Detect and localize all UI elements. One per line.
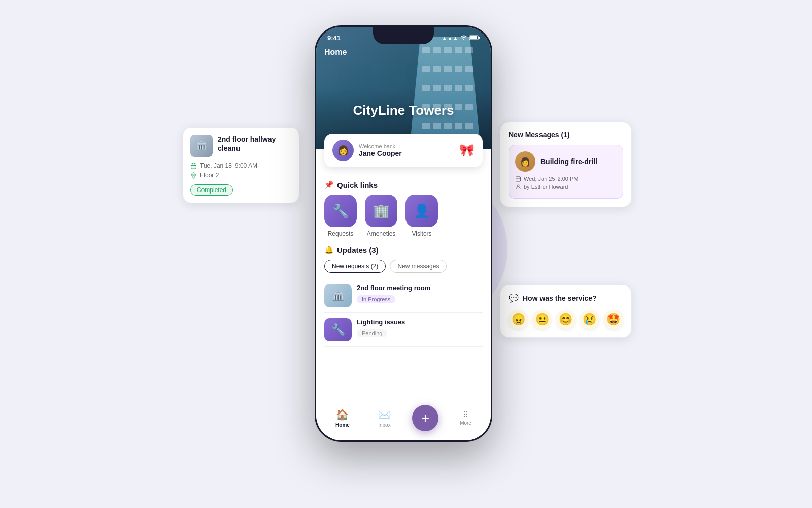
svg-rect-0 xyxy=(191,164,196,169)
phone-frame: 9:41 ▲▲▲ Home xyxy=(315,25,492,442)
quick-links-grid: 🔧 Requests 🏢 Ameneties 👤 Visitors xyxy=(324,195,483,237)
signal-icon: ▲▲▲ xyxy=(442,35,458,41)
brand-logo-icon: 🎀 xyxy=(459,143,475,157)
svg-rect-8 xyxy=(479,37,480,39)
calendar-icon xyxy=(190,163,197,169)
emoji-meh[interactable]: 😐 xyxy=(532,310,552,329)
welcome-text: Welcome back Jane Cooper xyxy=(359,143,402,157)
message-title: Building fire-drill xyxy=(540,157,597,166)
message-item-header: 👩 Building fire-drill xyxy=(515,151,617,172)
welcome-name: Jane Cooper xyxy=(359,149,402,157)
user-icon xyxy=(515,184,521,190)
message-author: by Esther Howard xyxy=(524,184,568,190)
message-time: 2:00 PM xyxy=(558,176,579,182)
bottom-nav: 🏠 Home ✉️ Inbox + ⠿ More xyxy=(316,400,491,440)
emoji-row: 😠 😐 😊 😢 🤩 xyxy=(509,310,623,329)
home-nav-label: Home xyxy=(335,422,350,428)
quick-link-ameneties[interactable]: 🏢 Ameneties xyxy=(365,195,397,237)
left-task-card: 🏛️ 2nd floor hallway cleanu Tue, Jan 18 … xyxy=(183,127,299,203)
scene: 🏛️ 2nd floor hallway cleanu Tue, Jan 18 … xyxy=(178,20,634,488)
hero-title: CityLine Towers xyxy=(316,103,491,118)
meeting-room-thumb: 🏛️ xyxy=(324,284,352,307)
quick-link-visitors[interactable]: 👤 Visitors xyxy=(405,195,438,237)
rating-question: How was the service? xyxy=(523,294,597,302)
location-icon xyxy=(190,172,197,179)
svg-point-13 xyxy=(517,185,519,187)
task-date-row: Tue, Jan 18 9:00 AM xyxy=(190,162,292,169)
update-title-2: Lighting issues xyxy=(357,318,483,326)
nav-inbox[interactable]: ✉️ Inbox xyxy=(371,404,398,432)
filter-new-messages[interactable]: New messages xyxy=(390,260,447,273)
avatar: 👩 xyxy=(332,140,354,161)
calendar-icon xyxy=(515,176,521,182)
visitors-icon: 👤 xyxy=(405,195,438,227)
message-date: Wed, Jan 25 xyxy=(524,176,555,182)
status-icons: ▲▲▲ xyxy=(442,35,480,41)
phone-notch xyxy=(373,27,434,44)
emoji-sad[interactable]: 😢 xyxy=(580,310,599,329)
rating-header: 💬 How was the service? xyxy=(509,293,623,303)
add-button[interactable]: + xyxy=(412,405,438,431)
phone-screen: 9:41 ▲▲▲ Home xyxy=(316,27,491,440)
emoji-angry[interactable]: 😠 xyxy=(509,310,528,329)
messages-card-title: New Messages (1) xyxy=(509,131,623,139)
task-thumbnail: 🏛️ xyxy=(190,135,213,157)
svg-rect-9 xyxy=(516,177,521,181)
welcome-left: 👩 Welcome back Jane Cooper xyxy=(332,140,402,161)
status-time: 9:41 xyxy=(327,34,341,42)
filter-row: New requests (2) New messages xyxy=(324,260,483,273)
welcome-card: 👩 Welcome back Jane Cooper 🎀 xyxy=(324,134,483,167)
requests-icon: 🔧 xyxy=(324,195,357,227)
chat-icon: 💬 xyxy=(509,293,519,303)
hero-section: 9:41 ▲▲▲ Home xyxy=(316,27,491,149)
left-card-header: 🏛️ 2nd floor hallway cleanu xyxy=(190,135,292,157)
emoji-star-struck[interactable]: 🤩 xyxy=(604,310,623,329)
bell-icon: 🔔 xyxy=(324,245,334,255)
task-location: Floor 2 xyxy=(200,172,219,179)
hero-header: Home xyxy=(316,44,491,61)
pin-icon: 📌 xyxy=(324,180,334,189)
new-messages-card: New Messages (1) 👩 Building fire-drill W… xyxy=(500,122,632,207)
message-author-row: by Esther Howard xyxy=(515,184,617,190)
svg-point-4 xyxy=(193,174,194,175)
status-badge-1: In Progress xyxy=(357,295,395,303)
task-location-row: Floor 2 xyxy=(190,172,292,179)
inbox-nav-label: Inbox xyxy=(378,422,390,428)
svg-rect-7 xyxy=(470,36,477,39)
svg-point-5 xyxy=(463,39,464,40)
update-info-2: Lighting issues Pending xyxy=(357,318,483,337)
battery-icon xyxy=(469,35,480,41)
quick-link-requests[interactable]: 🔧 Requests xyxy=(324,195,357,237)
nav-more[interactable]: ⠿ More xyxy=(453,406,479,430)
ameneties-label: Ameneties xyxy=(367,230,396,237)
add-icon: + xyxy=(421,410,429,426)
wifi-icon xyxy=(460,35,467,41)
lighting-thumb: 🔧 xyxy=(324,318,352,341)
completed-badge: Completed xyxy=(190,184,233,196)
visitors-label: Visitors xyxy=(412,230,431,237)
emoji-happy[interactable]: 😊 xyxy=(556,310,576,329)
more-nav-icon: ⠿ xyxy=(463,410,468,419)
update-item-meeting-room[interactable]: 🏛️ 2nd floor meeting room In Progress xyxy=(324,279,483,313)
updates-title: 🔔 Updates (3) xyxy=(324,245,483,255)
update-info-1: 2nd floor meeting room In Progress xyxy=(357,284,483,303)
more-nav-label: More xyxy=(460,420,471,426)
task-time: 9:00 AM xyxy=(235,162,257,169)
requests-label: Requests xyxy=(328,230,354,237)
update-title-1: 2nd floor meeting room xyxy=(357,284,483,292)
nav-home[interactable]: 🏠 Home xyxy=(328,404,357,432)
task-date: Tue, Jan 18 xyxy=(200,162,232,169)
welcome-greeting: Welcome back xyxy=(359,143,402,149)
message-date-row: Wed, Jan 25 2:00 PM xyxy=(515,176,617,182)
status-badge-2: Pending xyxy=(357,329,387,337)
rating-card: 💬 How was the service? 😠 😐 😊 😢 🤩 xyxy=(500,284,632,338)
filter-new-requests[interactable]: New requests (2) xyxy=(324,260,386,273)
quick-links-title: 📌 Quick links xyxy=(324,180,483,189)
update-item-lighting[interactable]: 🔧 Lighting issues Pending xyxy=(324,313,483,347)
message-item[interactable]: 👩 Building fire-drill Wed, Jan 25 2:00 P… xyxy=(509,145,623,199)
inbox-nav-icon: ✉️ xyxy=(378,408,391,421)
ameneties-icon: 🏢 xyxy=(365,195,397,227)
message-avatar: 👩 xyxy=(515,151,535,172)
home-nav-icon: 🏠 xyxy=(336,408,349,421)
task-title: 2nd floor hallway cleanu xyxy=(218,135,292,157)
